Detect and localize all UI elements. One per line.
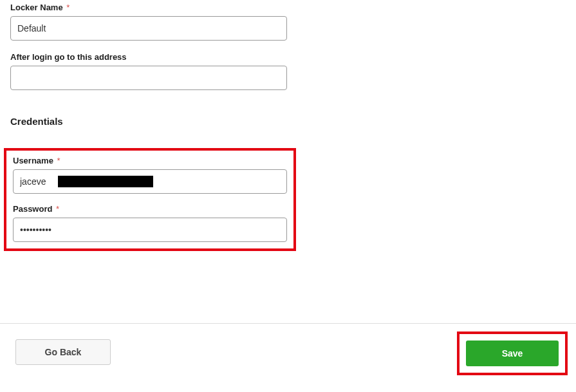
password-label: Password *: [13, 204, 287, 214]
password-label-text: Password: [13, 204, 52, 214]
after-login-address-input[interactable]: [10, 66, 287, 90]
required-star: *: [56, 204, 59, 214]
save-button[interactable]: Save: [466, 341, 559, 366]
required-star: *: [57, 156, 60, 165]
required-star: *: [66, 3, 70, 12]
username-label: Username *: [13, 156, 287, 165]
locker-name-input[interactable]: [10, 16, 287, 41]
locker-name-label: Locker Name *: [10, 3, 566, 12]
credentials-heading: Credentials: [10, 116, 566, 127]
password-input[interactable]: [13, 218, 287, 242]
locker-name-label-text: Locker Name: [10, 3, 63, 12]
after-login-address-label: After login go to this address: [10, 52, 566, 62]
save-highlight-box: Save: [457, 331, 568, 375]
credentials-highlight-box: Username * Password *: [4, 148, 296, 251]
username-input[interactable]: [13, 169, 287, 194]
go-back-button[interactable]: Go Back: [15, 339, 111, 365]
username-label-text: Username: [13, 156, 53, 165]
